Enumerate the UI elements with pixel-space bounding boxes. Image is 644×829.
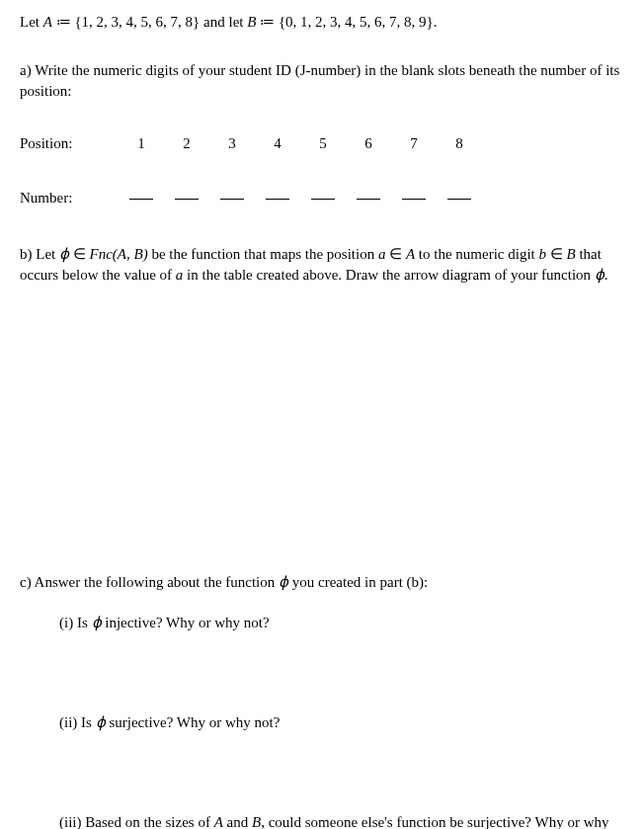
position-cell: 1 [119, 133, 164, 154]
position-cell: 7 [391, 133, 437, 154]
part-c-sub-i: (i) Is ϕ injective? Why or why not? [59, 613, 624, 633]
in-b: ∈ [546, 246, 567, 262]
intro-and: and let [200, 14, 247, 30]
part-c-sub-iii: (iii) Based on the sizes of A and B, cou… [59, 812, 624, 829]
blank-slot[interactable] [391, 188, 437, 208]
ciii-and: and [223, 814, 252, 829]
ciii-pre: (iii) Based on the sizes of [59, 814, 214, 829]
set-a-value: {1, 2, 3, 4, 5, 6, 7, 8} [74, 14, 200, 30]
c-label-pre: c) Answer the following about the functi… [20, 574, 279, 590]
part-b-prompt: b) Let ϕ ∈ Fnc(A, B) be the function tha… [20, 244, 624, 286]
blank-slot[interactable] [164, 188, 209, 208]
set-a-name: A [43, 14, 52, 30]
position-row: Position: 1 2 3 4 5 6 7 8 [20, 133, 624, 154]
b-mid2: to the numeric digit [415, 246, 538, 262]
position-cell: 5 [300, 133, 346, 154]
blank-slot[interactable] [119, 188, 164, 208]
ci-post: injective? Why or why not? [102, 615, 270, 630]
number-label: Number: [20, 188, 119, 208]
a-ref-iii: A [214, 814, 223, 829]
blank-slot[interactable] [255, 188, 300, 208]
b-prefix: b) Let [20, 246, 59, 262]
intro-period: . [434, 14, 438, 30]
position-cell: 2 [164, 133, 209, 154]
in-a: ∈ [385, 246, 406, 262]
var-b: b [539, 246, 547, 262]
cii-pre: (ii) Is [59, 714, 96, 730]
set-b-ref: B [567, 246, 576, 262]
number-row: Number: [20, 188, 624, 208]
phi-i: ϕ [92, 615, 102, 630]
b-period: . [604, 267, 608, 283]
phi-symbol: ϕ [59, 246, 69, 262]
part-a-prompt: a) Write the numeric digits of your stud… [20, 60, 624, 102]
blank-slot[interactable] [346, 188, 391, 208]
b-mid4: in the table created above. Draw the arr… [183, 267, 595, 283]
blank-slot[interactable] [300, 188, 346, 208]
c-label-post: you created in part (b): [288, 574, 428, 590]
cii-post: surjective? Why or why not? [106, 714, 281, 730]
phi-ii: ϕ [96, 714, 106, 730]
blank-slot[interactable] [437, 188, 482, 208]
intro-text: Let A ≔ {1, 2, 3, 4, 5, 6, 7, 8} and let… [20, 12, 624, 33]
intro-pre: Let [20, 14, 43, 30]
b-mid1: be the function that maps the position [148, 246, 378, 262]
fnc-name: Fnc [89, 246, 112, 262]
part-a-text: a) Write the numeric digits of your stud… [20, 62, 619, 99]
fnc-args: (A, B) [113, 246, 148, 262]
phi-symbol-c: ϕ [279, 574, 288, 590]
set-a-ref: A [406, 246, 415, 262]
position-cell: 4 [255, 133, 300, 154]
part-c-prompt: c) Answer the following about the functi… [20, 572, 624, 593]
assign-a: ≔ [52, 14, 75, 30]
phi-symbol-2: ϕ [595, 267, 604, 283]
in-symbol: ∈ [69, 246, 90, 262]
assign-b: ≔ [256, 14, 279, 30]
b-ref-iii: B [252, 814, 261, 829]
position-cell: 6 [346, 133, 391, 154]
ci-pre: (i) Is [59, 615, 92, 630]
position-label: Position: [20, 133, 119, 154]
set-b-value: {0, 1, 2, 3, 4, 5, 6, 7, 8, 9} [279, 14, 434, 30]
position-cell: 3 [209, 133, 255, 154]
part-c-sub-ii: (ii) Is ϕ surjective? Why or why not? [59, 712, 624, 733]
blank-slot[interactable] [209, 188, 255, 208]
position-cell: 8 [437, 133, 482, 154]
